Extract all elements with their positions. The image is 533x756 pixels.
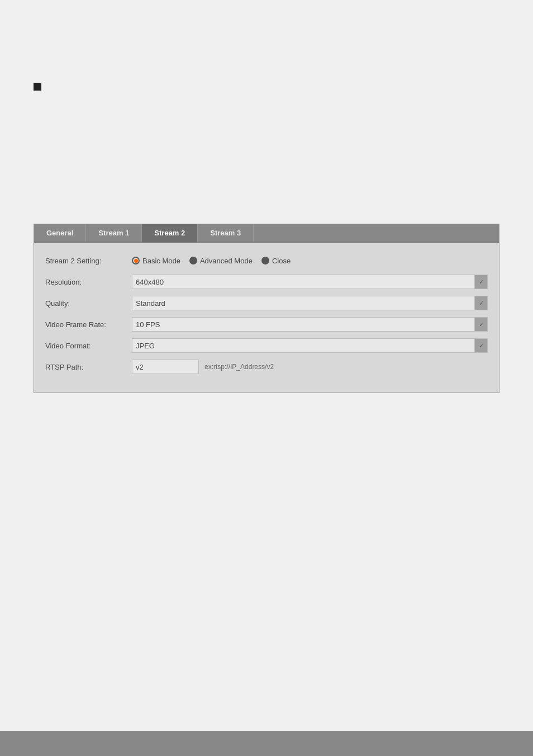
quality-control: Standard <box>132 296 488 310</box>
video-format-select-wrapper: JPEG <box>132 338 488 353</box>
radio-basic-dot <box>132 257 140 264</box>
stream-setting-control: Basic Mode Advanced Mode Close <box>132 257 488 265</box>
quality-label: Quality: <box>45 299 132 308</box>
tab-stream2[interactable]: Stream 2 <box>142 224 198 243</box>
rtsp-path-input[interactable] <box>132 360 199 374</box>
video-frame-rate-select[interactable]: 10 FPS <box>132 317 488 332</box>
radio-group: Basic Mode Advanced Mode Close <box>132 257 291 265</box>
quality-select-wrapper: Standard <box>132 296 488 310</box>
radio-close-mode[interactable]: Close <box>261 257 291 265</box>
video-frame-rate-select-wrapper: 10 FPS <box>132 317 488 332</box>
resolution-control: 640x480 <box>132 275 488 289</box>
rtsp-path-row: RTSP Path: ex:rtsp://IP_Address/v2 <box>45 359 488 375</box>
radio-advanced-mode[interactable]: Advanced Mode <box>189 257 253 265</box>
rtsp-path-control: ex:rtsp://IP_Address/v2 <box>132 360 488 374</box>
tab-stream1[interactable]: Stream 1 <box>86 224 142 242</box>
tab-stream3[interactable]: Stream 3 <box>198 224 254 242</box>
footer-bar <box>0 731 533 756</box>
video-format-label: Video Format: <box>45 342 132 350</box>
resolution-row: Resolution: 640x480 <box>45 274 488 290</box>
main-panel: General Stream 1 Stream 2 Stream 3 Strea… <box>34 224 499 393</box>
quality-select[interactable]: Standard <box>132 296 488 310</box>
video-format-select[interactable]: JPEG <box>132 338 488 353</box>
video-frame-rate-label: Video Frame Rate: <box>45 320 132 329</box>
radio-basic-label: Basic Mode <box>142 257 180 265</box>
page-wrapper: General Stream 1 Stream 2 Stream 3 Strea… <box>0 0 533 756</box>
tab-general[interactable]: General <box>34 224 86 242</box>
rtsp-path-example: ex:rtsp://IP_Address/v2 <box>204 363 274 371</box>
radio-basic-mode[interactable]: Basic Mode <box>132 257 180 265</box>
resolution-label: Resolution: <box>45 278 132 286</box>
section-indicator <box>34 83 41 91</box>
stream-setting-row: Stream 2 Setting: Basic Mode Advanced Mo… <box>45 253 488 268</box>
resolution-select[interactable]: 640x480 <box>132 275 488 289</box>
stream-setting-label: Stream 2 Setting: <box>45 257 132 265</box>
video-format-row: Video Format: JPEG <box>45 338 488 353</box>
rtsp-path-label: RTSP Path: <box>45 363 132 371</box>
radio-advanced-label: Advanced Mode <box>200 257 253 265</box>
video-frame-rate-row: Video Frame Rate: 10 FPS <box>45 316 488 332</box>
radio-close-label: Close <box>272 257 291 265</box>
radio-close-dot <box>261 257 269 264</box>
video-format-control: JPEG <box>132 338 488 353</box>
content-area: Stream 2 Setting: Basic Mode Advanced Mo… <box>34 243 499 393</box>
video-frame-rate-control: 10 FPS <box>132 317 488 332</box>
radio-advanced-dot <box>189 257 197 264</box>
resolution-select-wrapper: 640x480 <box>132 275 488 289</box>
quality-row: Quality: Standard <box>45 295 488 311</box>
tab-bar: General Stream 1 Stream 2 Stream 3 <box>34 224 499 243</box>
